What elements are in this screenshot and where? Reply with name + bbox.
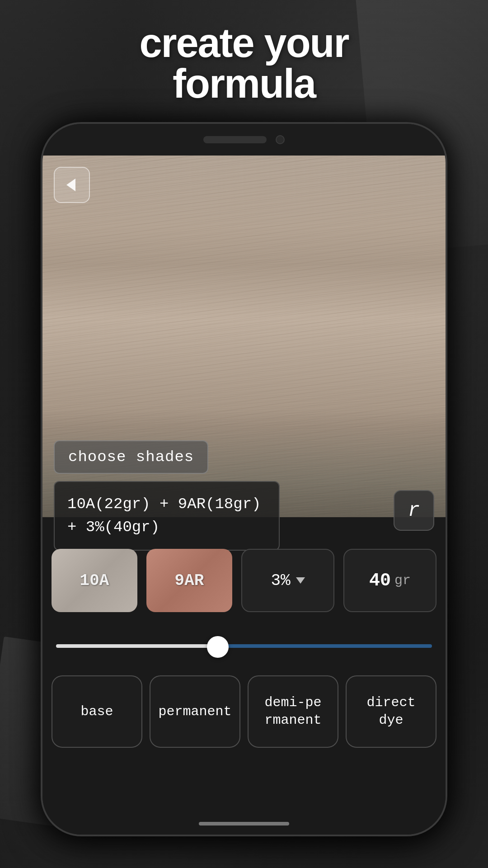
page-title: create your formula [9,23,479,104]
phone-speaker [203,136,267,143]
mode-button-permanent[interactable]: permanent [150,675,240,748]
back-chevron-icon [66,179,75,191]
mode-button-demi-permanent[interactable]: demi-permanent [248,675,338,748]
formula-text: 10A(22gr) + 9AR(18gr) + 3%(40gr) [67,495,261,536]
mode-direct-dye-label: directdye [366,694,415,729]
swatch-9ar-label: 9AR [175,571,204,590]
phone-frame: choose shades 10A(22gr) + 9AR(18gr) + 3%… [41,122,447,836]
percent-selector[interactable]: 3% [241,549,334,612]
swatches-row: 10A 9AR 3% 40 gr [52,549,436,612]
gram-value: 40 [369,571,391,591]
swatch-10a-label: 10A [80,571,109,590]
slider-track[interactable] [56,644,432,648]
gram-selector[interactable]: 40 gr [343,549,436,612]
gram-unit: gr [394,573,411,588]
phone-camera [276,135,285,144]
slider-container [56,635,432,657]
formula-box: 10A(22gr) + 9AR(18gr) + 3%(40gr) [54,481,280,551]
percent-value: 3% [271,571,290,590]
mode-permanent-label: permanent [158,703,231,721]
mode-demi-permanent-label: demi-permanent [264,694,321,729]
choose-shades-button[interactable]: choose shades [54,440,208,474]
mode-button-base[interactable]: base [52,675,142,748]
mode-button-direct-dye[interactable]: directdye [346,675,436,748]
slider-thumb[interactable] [207,636,229,658]
dropdown-arrow-icon [296,577,305,584]
slider-track-unfilled [218,644,432,648]
phone-screen: choose shades 10A(22gr) + 9AR(18gr) + 3%… [42,156,446,835]
slider-track-filled [56,644,218,648]
back-button[interactable] [54,167,90,203]
swatch-10a[interactable]: 10A [52,549,137,612]
title-line1: create your [139,20,348,66]
choose-shades-label: choose shades [68,448,194,466]
home-indicator [199,822,289,826]
page-title-container: create your formula [0,14,488,113]
phone-top-bar [42,124,446,156]
swatch-9ar[interactable]: 9AR [146,549,232,612]
mode-buttons-row: base permanent demi-permanent directdye [52,675,436,748]
title-line2: formula [173,61,315,106]
r-button-label: r [408,499,420,522]
mode-base-label: base [80,703,113,721]
r-button[interactable]: r [394,490,434,531]
